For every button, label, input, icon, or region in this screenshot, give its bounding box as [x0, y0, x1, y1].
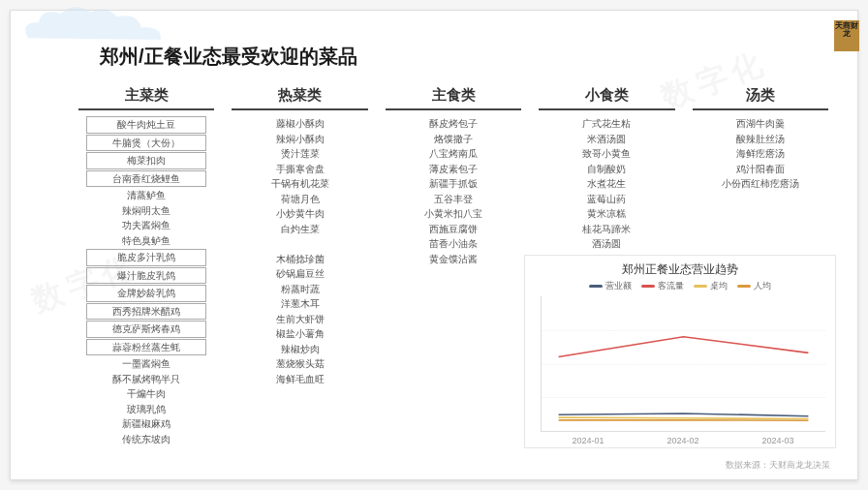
legend-item: 营业额 [589, 280, 632, 292]
cloud-decoration [11, 5, 185, 48]
dish-item: 酸牛肉炖土豆 [86, 116, 206, 134]
chart-plot [541, 296, 825, 432]
dish-item: 台南香红烧鲤鱼 [86, 170, 206, 188]
dish-item: 水煮花生 [539, 176, 674, 192]
dish-item: 西施豆腐饼 [386, 222, 521, 237]
dish-item: 自制酸奶 [539, 162, 674, 177]
dish-item: 致哥小黄鱼 [539, 146, 674, 162]
column: 主食类酥皮烤包子烙馍撒子八宝烤南瓜薄皮素包子新疆手抓饭五谷丰登小黄米扣八宝西施豆… [386, 86, 521, 446]
column-header: 热菜类 [232, 86, 367, 105]
dish-item: 牛腩煲（大份） [86, 135, 206, 152]
dish-item: 烫汁莲菜 [232, 146, 367, 162]
dish-item: 德克萨斯烤春鸡 [86, 321, 206, 338]
dish-item: 新疆手抓饭 [386, 176, 521, 192]
dish-item: 功夫酱焖鱼 [78, 218, 214, 233]
dish-item: 鸡汁阳春面 [693, 162, 828, 177]
dish-item: 蓝莓山药 [539, 192, 674, 207]
dish-item: 脆皮多汁乳鸽 [86, 249, 206, 266]
column-header: 小食类 [539, 86, 674, 105]
dish-item: 葱烧猴头菇 [232, 356, 367, 372]
dish-item: 干煸牛肉 [78, 386, 214, 402]
dish-item: 干锅有机花菜 [232, 176, 367, 192]
dish-item: 手撕寒舍盘 [232, 162, 367, 177]
dish-item: 桂花马蹄米 [539, 222, 674, 237]
dish-item: 砂锅扁豆丝 [232, 266, 367, 282]
dish-item: 广式花生粘 [539, 116, 674, 132]
dish-item: 洋葱木耳 [232, 296, 367, 312]
logo-corner: 天商财龙 [834, 20, 859, 51]
dish-item: 传统东坡肉 [78, 432, 214, 447]
chart-title: 郑州正餐业态营业趋势 [525, 256, 835, 280]
dish-item: 白灼生菜 [232, 222, 367, 237]
dish-item: 黄米凉糕 [539, 206, 674, 222]
dish-item: 黄金馍沾酱 [386, 252, 521, 267]
dish-item: 酒汤圆 [539, 236, 674, 252]
dish-item: 藤椒小酥肉 [232, 116, 367, 132]
dish-item: 荷塘月色 [232, 192, 367, 207]
dish-item: 海鲜毛血旺 [232, 372, 367, 387]
chart-legend: 营业额客流量桌均人均 [525, 280, 835, 292]
dish-item: 玻璃乳鸽 [78, 402, 214, 417]
dish-item: 薄皮素包子 [386, 162, 521, 177]
dish-item: 辣椒炒肉 [232, 342, 367, 357]
legend-item: 桌均 [694, 280, 728, 292]
dish-item: 梅菜扣肉 [86, 152, 206, 169]
dish-item: 特色臭鲈鱼 [78, 233, 214, 249]
column-header: 主菜类 [78, 86, 214, 105]
xtick: 2024-02 [666, 436, 698, 445]
xtick: 2024-03 [761, 436, 793, 445]
column: 热菜类藤椒小酥肉辣焖小酥肉烫汁莲菜手撕寒舍盘干锅有机花菜荷塘月色小炒黄牛肉白灼生… [232, 86, 367, 446]
dish-item: 辣焖小酥肉 [232, 132, 367, 147]
dish-item: 辣焖明太鱼 [78, 203, 214, 219]
dish-item: 小份西红柿疙瘩汤 [693, 176, 828, 192]
dish-item: 木桶捻珍菌 [232, 252, 367, 267]
dish-item: 新疆椒麻鸡 [78, 416, 214, 432]
column-header: 汤类 [693, 86, 828, 105]
dish-item: 爆汁脆皮乳鸽 [86, 267, 206, 285]
dish-item: 小炒黄牛肉 [232, 206, 367, 222]
dish-item: 米酒汤圆 [539, 132, 674, 147]
chart-xticks: 2024-012024-022024-03 [525, 436, 835, 445]
dish-item: 烙馍撒子 [386, 132, 521, 147]
dish-item: 蒜蓉粉丝蒸生蚝 [86, 339, 206, 356]
dish-item: 清蒸鲈鱼 [78, 188, 214, 203]
page: 天商财龙 郑州/正餐业态最受欢迎的菜品 数字化 数字化 主菜类酸牛肉炖土豆牛腩煲… [10, 10, 858, 480]
trend-chart: 郑州正餐业态营业趋势 营业额客流量桌均人均 2024-012024-022024… [524, 255, 836, 448]
dish-item: 苗香小油条 [386, 236, 521, 252]
dish-item: 海鲜疙瘩汤 [693, 146, 828, 162]
dish-item: 八宝烤南瓜 [386, 146, 521, 162]
column: 主菜类酸牛肉炖土豆牛腩煲（大份）梅菜扣肉台南香红烧鲤鱼清蒸鲈鱼辣焖明太鱼功夫酱焖… [78, 86, 214, 446]
dish-item: 五谷丰登 [386, 192, 521, 207]
dish-item: 西湖牛肉羹 [693, 116, 828, 132]
dish-item: 一墨酱焖鱼 [78, 356, 214, 372]
xtick: 2024-01 [572, 436, 604, 445]
legend-item: 客流量 [641, 280, 684, 292]
column-header: 主食类 [386, 86, 521, 105]
dish-item: 金牌妙龄乳鸽 [86, 285, 206, 302]
page-title: 郑州/正餐业态最受欢迎的菜品 [100, 44, 357, 70]
dish-item: 小黄米扣八宝 [386, 206, 521, 222]
dish-item: 粉蒸时蔬 [232, 282, 367, 297]
dish-item: 酸辣肚丝汤 [693, 132, 828, 147]
dish-item: 酥不腻烤鸭半只 [78, 372, 214, 387]
dish-item: 椒盐小薯角 [232, 326, 367, 342]
dish-item: 酥皮烤包子 [386, 116, 521, 132]
dish-item: 生前大虾饼 [232, 312, 367, 327]
dish-item [232, 236, 367, 252]
data-source: 数据来源：天财商龙龙决策 [726, 459, 830, 472]
dish-item: 西秀招牌米醋鸡 [86, 303, 206, 321]
legend-item: 人均 [737, 280, 771, 292]
